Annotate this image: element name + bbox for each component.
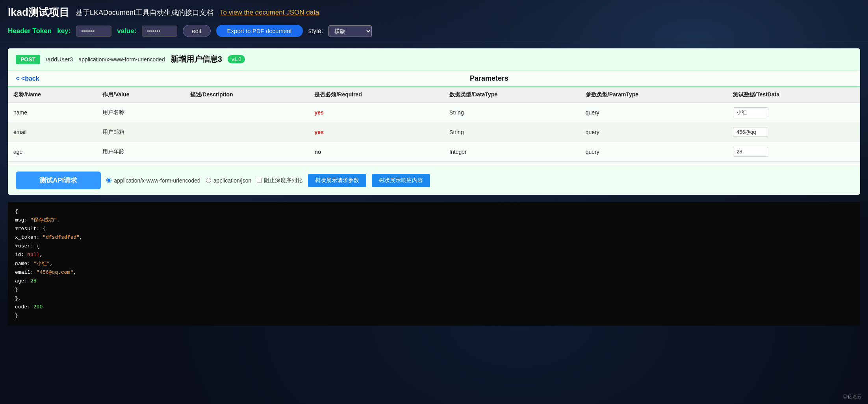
cell-name: email (8, 122, 97, 142)
cell-description (185, 122, 309, 142)
radio-json-input[interactable] (206, 178, 211, 183)
cell-paramtype: query (580, 122, 727, 142)
cell-required: no (309, 142, 444, 162)
params-section-title: Parameters (126, 74, 852, 83)
col-paramtype: 参数类型/ParamType (580, 87, 727, 103)
api-header-bar: POST /addUser3 application/x-www-form-ur… (8, 48, 860, 70)
cell-testdata (727, 103, 860, 122)
style-select[interactable]: 横版 (328, 25, 372, 37)
cell-required: yes (309, 122, 444, 142)
cell-description (185, 103, 309, 122)
api-path: /addUser3 (46, 56, 73, 63)
test-api-button[interactable]: 测试API请求 (16, 172, 101, 189)
header-controls: Header Token key: value: edit Export to … (8, 25, 860, 37)
value-label: value: (117, 27, 136, 35)
table-header-row: 名称/Name 作用/Value 描述/Description 是否必须/Req… (8, 87, 860, 103)
export-button[interactable]: Export to PDF document (216, 25, 303, 37)
cell-testdata (727, 142, 860, 162)
api-name: 新增用户信息3 (171, 54, 222, 65)
back-link[interactable]: < <back (16, 75, 126, 82)
version-badge: v1.0 (228, 55, 245, 63)
app-title: lkad测试项目 (8, 6, 69, 19)
radio-urlencoded-input[interactable] (106, 178, 111, 183)
app-subtitle: 基于LKADocument工具自动生成的接口文档 (76, 8, 213, 17)
header: lkad测试项目 基于LKADocument工具自动生成的接口文档 To vie… (0, 0, 868, 41)
key-label: key: (57, 27, 70, 35)
checkbox-serialize[interactable]: 阻止深度序列化 (257, 177, 302, 184)
checkbox-serialize-input[interactable] (257, 178, 262, 183)
method-badge: POST (16, 55, 40, 64)
cell-name: name (8, 103, 97, 122)
col-description: 描述/Description (185, 87, 309, 103)
checkbox-serialize-label: 阻止深度序列化 (264, 177, 302, 184)
radio-urlencoded-label: application/x-www-form-urlencoded (114, 177, 200, 184)
action-bar: 测试API请求 application/x-www-form-urlencode… (8, 166, 860, 195)
col-datatype: 数据类型/DataType (444, 87, 580, 103)
cell-paramtype: query (580, 103, 727, 122)
tree-request-button[interactable]: 树状展示请求参数 (308, 174, 366, 187)
cell-required: yes (309, 103, 444, 122)
params-table-container: < <back Parameters 名称/Name 作用/Value 描述/D… (8, 70, 860, 166)
header-title-row: lkad测试项目 基于LKADocument工具自动生成的接口文档 To vie… (8, 6, 860, 19)
value-input[interactable] (142, 26, 177, 37)
token-label: Header Token (8, 27, 52, 35)
cell-testdata (727, 122, 860, 142)
radio-json-label: application/json (213, 177, 252, 184)
col-required: 是否必须/Required (309, 87, 444, 103)
back-params-row: < <back Parameters (8, 70, 860, 87)
key-input[interactable] (76, 26, 111, 37)
api-content-type: application/x-www-form-urlencoded (78, 56, 165, 63)
radio-json[interactable]: application/json (206, 177, 252, 184)
watermark: ◎亿迷云 (843, 393, 862, 400)
testdata-input-age[interactable] (733, 147, 768, 157)
json-link[interactable]: To view the document JSON data (220, 9, 319, 17)
table-row: age 用户年龄 no Integer query (8, 142, 860, 162)
cell-datatype: Integer (444, 142, 580, 162)
col-name: 名称/Name (8, 87, 97, 103)
main-content: POST /addUser3 application/x-www-form-ur… (8, 48, 860, 195)
cell-name: age (8, 142, 97, 162)
col-testdata: 测试数据/TestData (727, 87, 860, 103)
testdata-input-email[interactable] (733, 127, 768, 137)
cell-datatype: String (444, 103, 580, 122)
table-row: name 用户名称 yes String query (8, 103, 860, 122)
edit-button[interactable]: edit (183, 25, 210, 37)
params-table: 名称/Name 作用/Value 描述/Description 是否必须/Req… (8, 87, 860, 162)
cell-description (185, 142, 309, 162)
style-label: style: (308, 28, 323, 35)
cell-paramtype: query (580, 142, 727, 162)
response-area: { msg: "保存成功", ▼result: { x_token: "dfsd… (8, 202, 860, 326)
cell-value: 用户邮箱 (97, 122, 185, 142)
cell-value: 用户名称 (97, 103, 185, 122)
cell-value: 用户年龄 (97, 142, 185, 162)
radio-form-urlencoded[interactable]: application/x-www-form-urlencoded (106, 177, 200, 184)
table-row: email 用户邮箱 yes String query (8, 122, 860, 142)
testdata-input-name[interactable] (733, 107, 768, 117)
cell-datatype: String (444, 122, 580, 142)
tree-response-button[interactable]: 树状展示响应内容 (372, 174, 430, 187)
col-value: 作用/Value (97, 87, 185, 103)
